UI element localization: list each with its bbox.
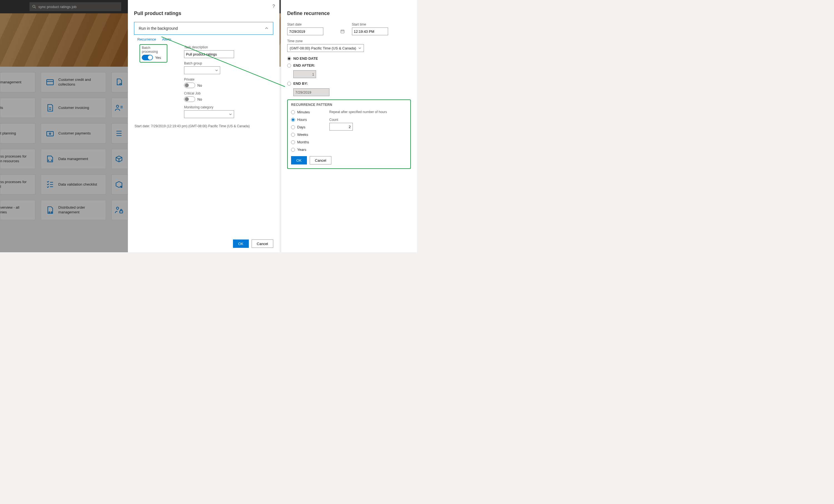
task-description-input[interactable] (184, 50, 234, 58)
start-date-status: Start date: 7/29/2019 (12:19:43 pm) (GMT… (128, 121, 279, 131)
svg-rect-19 (341, 30, 344, 33)
no-end-date-option[interactable]: NO END DATE (287, 56, 411, 61)
timezone-value: (GMT-08:00) Pacific Time (US & Canada) (290, 46, 356, 50)
recurrence-pattern-title: RECURRENCE PATTERN (291, 103, 407, 107)
monitoring-label: Monitoring category (184, 105, 273, 109)
end-after-input (293, 70, 316, 78)
calendar-icon[interactable] (340, 29, 345, 33)
panel-title: Pull product ratings (128, 0, 279, 22)
recurrence-cancel-button[interactable]: Cancel (310, 156, 331, 164)
end-by-label: END BY: (293, 82, 308, 86)
radio-icon (291, 140, 295, 144)
batch-processing-highlight: Batch processing Yes (139, 44, 167, 63)
batch-processing-label: Batch processing (142, 46, 165, 54)
accordion-title: Run in the background (139, 26, 178, 30)
pattern-days[interactable]: Days (291, 125, 310, 129)
radio-icon (287, 82, 291, 86)
end-by-option[interactable]: END BY: (287, 82, 411, 86)
radio-icon (291, 110, 295, 114)
monitoring-select[interactable] (184, 110, 234, 118)
end-after-option[interactable]: END AFTER: (287, 63, 411, 68)
help-icon[interactable]: ? (272, 4, 275, 9)
pull-product-ratings-panel: ? Pull product ratings Run in the backgr… (128, 0, 279, 252)
pattern-years[interactable]: Years (291, 147, 310, 152)
chevron-up-icon (265, 26, 268, 30)
critical-value: No (197, 97, 202, 101)
alerts-link[interactable]: Alerts (162, 37, 171, 41)
pattern-hint: Repeat after specified number of hours (329, 110, 387, 114)
accordion-header[interactable]: Run in the background (134, 22, 273, 35)
radio-icon (291, 133, 295, 137)
timezone-label: Time zone (287, 39, 411, 43)
count-label: Count (329, 118, 387, 122)
recurrence-title: Define recurrence (287, 10, 411, 16)
no-end-date-label: NO END DATE (293, 56, 318, 61)
mid-cancel-button[interactable]: Cancel (251, 239, 273, 248)
radio-icon (291, 148, 295, 152)
start-date-label: Start date (287, 23, 346, 26)
end-by-input (293, 88, 329, 96)
private-toggle[interactable] (184, 83, 195, 88)
pattern-months[interactable]: Months (291, 140, 310, 144)
pattern-options: Minutes Hours Days Weeks Months Years (291, 110, 310, 155)
recurrence-link[interactable]: Recurrence (137, 37, 156, 41)
pattern-hours[interactable]: Hours (291, 117, 310, 122)
batch-group-label: Batch group (184, 62, 273, 65)
recurrence-ok-button[interactable]: OK (291, 156, 307, 164)
batch-processing-value: Yes (155, 55, 161, 60)
pattern-minutes[interactable]: Minutes (291, 110, 310, 114)
timezone-select[interactable]: (GMT-08:00) Pacific Time (US & Canada) (287, 44, 364, 52)
task-description-label: Task description (184, 45, 273, 49)
critical-toggle[interactable] (184, 96, 195, 102)
radio-icon (291, 118, 295, 122)
pattern-weeks[interactable]: Weeks (291, 133, 310, 137)
start-time-input[interactable] (352, 27, 388, 35)
private-value: No (197, 83, 202, 88)
chevron-down-icon (358, 46, 361, 50)
define-recurrence-panel: Define recurrence Start date Start time … (281, 0, 417, 252)
radio-icon (291, 125, 295, 129)
start-time-label: Start time (352, 23, 411, 26)
end-after-label: END AFTER: (293, 63, 315, 68)
modal-overlay (0, 0, 129, 252)
radio-icon (287, 64, 291, 68)
recurrence-pattern-highlight: RECURRENCE PATTERN Minutes Hours Days We… (287, 99, 411, 169)
start-date-input[interactable] (287, 27, 323, 35)
private-label: Private (184, 77, 273, 82)
count-input[interactable] (329, 123, 353, 131)
mid-ok-button[interactable]: OK (233, 239, 249, 248)
batch-processing-toggle[interactable] (142, 55, 153, 60)
critical-label: Critical Job (184, 91, 273, 95)
batch-group-select[interactable] (184, 66, 220, 74)
radio-icon (287, 57, 291, 61)
sublinks: Recurrence Alerts (128, 35, 279, 43)
run-background-accordion: Run in the background (134, 22, 273, 35)
